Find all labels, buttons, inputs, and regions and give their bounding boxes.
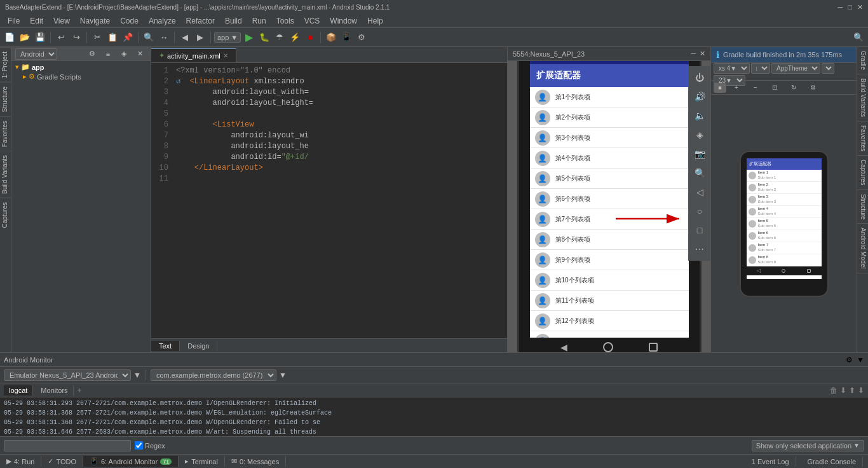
menu-file[interactable]: File xyxy=(3,15,25,27)
menu-vcs[interactable]: VCS xyxy=(299,15,325,27)
preview-refresh-btn[interactable]: ↻ xyxy=(785,79,803,97)
phone-square-btn[interactable] xyxy=(649,343,658,352)
run-debug-button[interactable]: ▶ xyxy=(242,31,256,45)
sidebar-tab-project[interactable]: 1: Project xyxy=(0,47,11,82)
cut-button[interactable]: ✂ xyxy=(90,31,104,45)
run-tab-android-monitor[interactable]: 📱 6: Android Monitor 71 xyxy=(83,456,179,467)
replace-button[interactable]: ↔ xyxy=(157,31,171,45)
more-btn[interactable]: ⋯ xyxy=(691,240,709,258)
close-button[interactable]: ✕ xyxy=(857,3,863,11)
menu-build[interactable]: Build xyxy=(220,15,247,27)
sdk-manager-button[interactable]: 📦 xyxy=(324,31,338,45)
down-btn[interactable]: ⬇ xyxy=(858,386,864,395)
phone-home-btn[interactable] xyxy=(603,342,613,352)
sidebar-tab-favorites[interactable]: Favorites xyxy=(0,116,11,151)
run-tab-terminal[interactable]: ▸ Terminal xyxy=(179,456,225,467)
menu-navigate[interactable]: Navigate xyxy=(75,15,115,27)
preview-zoom-in-btn[interactable]: + xyxy=(728,79,745,97)
sidebar-tab-captures[interactable]: Captures xyxy=(0,198,11,232)
menu-analyze[interactable]: Analyze xyxy=(144,15,181,27)
add-tab-btn[interactable]: + xyxy=(78,386,82,395)
coverage-button[interactable]: ☂ xyxy=(273,31,287,45)
right-tab-structure[interactable]: Structure xyxy=(857,190,868,224)
preview-settings-btn[interactable]: ⚙ xyxy=(804,79,822,97)
log-filter-input[interactable] xyxy=(4,440,131,451)
monitors-tab[interactable]: Monitors xyxy=(36,385,73,396)
settings-button[interactable]: ⚙ xyxy=(355,31,369,45)
power-btn[interactable]: ⏻ xyxy=(691,69,709,86)
clear-log-btn[interactable]: 🗑 xyxy=(830,386,837,395)
zoom-in-btn[interactable]: 🔍 xyxy=(691,164,709,182)
debug-button[interactable]: 🐛 xyxy=(257,31,271,45)
back-button[interactable]: ◀ xyxy=(178,31,192,45)
project-close-button[interactable]: ✕ xyxy=(133,47,147,61)
gear-icon[interactable]: ⚙ xyxy=(846,355,853,364)
api-selector[interactable]: xs 4▼ xyxy=(714,63,750,74)
show-selected-button[interactable]: Show only selected application ▼ xyxy=(752,440,864,451)
menu-run[interactable]: Run xyxy=(247,15,271,27)
volume-up-btn[interactable]: 🔊 xyxy=(691,88,709,106)
editor-tab-main[interactable]: ✦ activity_main.xml ✕ xyxy=(151,48,236,62)
run-tab-run[interactable]: ▶ 4: Run xyxy=(0,456,41,467)
save-button[interactable]: 💾 xyxy=(33,31,47,45)
right-tab-captures[interactable]: Captures xyxy=(857,156,868,190)
copy-button[interactable]: 📋 xyxy=(105,31,119,45)
run-tab-todo[interactable]: ✓ TODO xyxy=(41,456,83,467)
rotate-btn[interactable]: ◈ xyxy=(691,126,709,144)
search-everywhere-button[interactable]: 🔍 xyxy=(851,31,865,45)
gradle-console-tab[interactable]: Gradle Console xyxy=(801,457,863,467)
menu-window[interactable]: Window xyxy=(325,15,362,27)
new-file-button[interactable]: 📄 xyxy=(3,31,17,45)
scroll-end-btn[interactable]: ⬇ xyxy=(840,386,846,395)
project-settings-button[interactable]: ⚙ xyxy=(85,47,99,61)
circle-btn[interactable]: ○ xyxy=(691,202,709,220)
menu-tools[interactable]: Tools xyxy=(271,15,299,27)
paste-button[interactable]: 📌 xyxy=(121,31,135,45)
run-tab-messages[interactable]: ✉ 0: Messages xyxy=(225,456,286,467)
theme-selector[interactable]: AppTheme xyxy=(771,63,820,74)
preview-fit-btn[interactable]: ⊡ xyxy=(766,79,783,97)
find-button[interactable]: 🔍 xyxy=(142,31,156,45)
screenshot-btn[interactable]: 📷 xyxy=(691,145,709,163)
project-view-selector[interactable]: Android Project xyxy=(15,48,57,60)
editor-content[interactable]: 1 <?xml version="1.0" encod 2 ↺ <LinearL… xyxy=(151,63,507,338)
event-log-tab[interactable]: 1 Event Log xyxy=(745,457,796,467)
minimize-button[interactable]: ─ xyxy=(838,3,843,11)
menu-edit[interactable]: Edit xyxy=(25,15,48,27)
profile-button[interactable]: ⚡ xyxy=(288,31,302,45)
menu-help[interactable]: Help xyxy=(362,15,388,27)
app-process-selector[interactable]: com.example.metrox.demo (2677) xyxy=(151,369,276,381)
preview-zoom-out-btn[interactable]: − xyxy=(747,79,764,97)
tree-item-gradle[interactable]: ▸ ⚙ Gradle Scripts xyxy=(13,72,149,81)
square-btn[interactable]: □ xyxy=(691,221,709,239)
right-tab-gradle[interactable]: Gradle xyxy=(857,47,868,74)
sidebar-tab-structure[interactable]: Structure xyxy=(0,82,11,116)
sidebar-tab-build[interactable]: Build Variants xyxy=(0,151,11,198)
project-gear-button[interactable]: ◈ xyxy=(117,47,131,61)
tab-design[interactable]: Design xyxy=(180,341,217,351)
avd-manager-button[interactable]: 📱 xyxy=(339,31,353,45)
undo-button[interactable]: ↩ xyxy=(54,31,68,45)
menu-refactor[interactable]: Refactor xyxy=(181,15,220,27)
redo-button[interactable]: ↪ xyxy=(69,31,83,45)
log-content[interactable]: 05-29 03:58:31.293 2677-2721/com.example… xyxy=(0,397,868,436)
menu-view[interactable]: View xyxy=(48,15,75,27)
screen-selector[interactable]: □▼ xyxy=(751,63,770,74)
right-tab-android-model[interactable]: Android Model xyxy=(857,224,868,273)
menu-code[interactable]: Code xyxy=(115,15,144,27)
device-selector[interactable]: Emulator Nexus_5_API_23 Android 6.0, API… xyxy=(4,369,131,381)
back-nav-btn[interactable]: ◁ xyxy=(691,183,709,201)
maximize-button[interactable]: □ xyxy=(848,3,852,11)
stop-button[interactable]: ■ xyxy=(303,31,317,45)
project-collapse-button[interactable]: ≡ xyxy=(101,47,115,61)
open-button[interactable]: 📂 xyxy=(18,31,32,45)
tab-text[interactable]: Text xyxy=(151,341,180,351)
regex-checkbox[interactable] xyxy=(135,441,143,450)
up-btn[interactable]: ⬆ xyxy=(849,386,855,395)
right-tab-favorites[interactable]: Favorites xyxy=(857,121,868,156)
app-selector[interactable]: app ▼ xyxy=(214,32,241,43)
forward-button[interactable]: ▶ xyxy=(193,31,207,45)
logcat-tab[interactable]: logcat xyxy=(4,385,33,396)
right-tab-build-variants[interactable]: Build Variants xyxy=(857,74,868,121)
phone-close-btn[interactable]: ✕ xyxy=(700,50,705,58)
